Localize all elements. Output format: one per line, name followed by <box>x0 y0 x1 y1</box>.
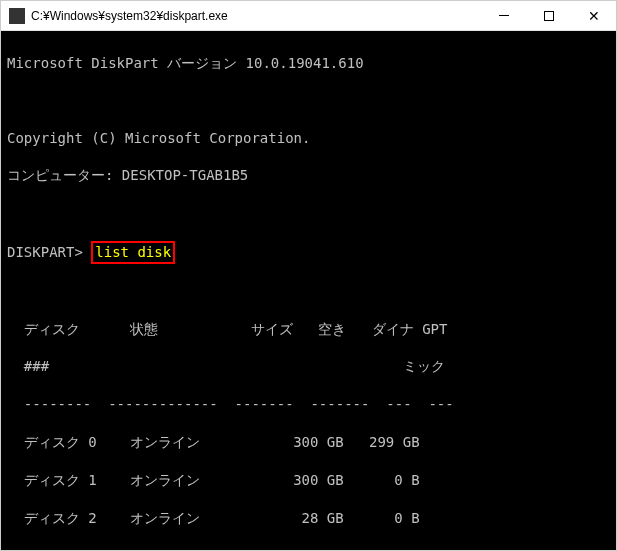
disk-header-2: ### ミック <box>7 357 610 376</box>
blank-line <box>7 204 610 222</box>
minimize-button[interactable] <box>481 1 526 31</box>
minimize-icon <box>499 15 509 16</box>
computer-line: コンピューター: DESKTOP-TGAB1B5 <box>7 166 610 185</box>
command-highlight: list disk <box>91 241 175 264</box>
titlebar[interactable]: C:¥Windows¥system32¥diskpart.exe ✕ <box>1 1 616 31</box>
maximize-icon <box>544 11 554 21</box>
blank-line <box>7 283 610 301</box>
disk-row: ディスク 0 オンライン 300 GB 299 GB <box>7 433 610 452</box>
window-title: C:¥Windows¥system32¥diskpart.exe <box>31 9 481 23</box>
terminal-output[interactable]: Microsoft DiskPart バージョン 10.0.19041.610 … <box>1 31 616 550</box>
window-controls: ✕ <box>481 1 616 31</box>
version-line: Microsoft DiskPart バージョン 10.0.19041.610 <box>7 54 610 73</box>
disk-row: ディスク 1 オンライン 300 GB 0 B <box>7 471 610 490</box>
close-icon: ✕ <box>588 9 600 23</box>
blank-line <box>7 546 610 550</box>
disk-row: ディスク 2 オンライン 28 GB 0 B <box>7 509 610 528</box>
prompt: DISKPART> <box>7 244 83 260</box>
app-icon <box>9 8 25 24</box>
disk-divider: -------- ------------- ------- ------- -… <box>7 395 610 414</box>
close-button[interactable]: ✕ <box>571 1 616 31</box>
disk-header-1: ディスク 状態 サイズ 空き ダイナ GPT <box>7 320 610 339</box>
app-window: C:¥Windows¥system32¥diskpart.exe ✕ Micro… <box>0 0 617 551</box>
copyright-line: Copyright (C) Microsoft Corporation. <box>7 129 610 148</box>
blank-line <box>7 92 610 110</box>
prompt-line-1: DISKPART> list disk <box>7 241 610 264</box>
maximize-button[interactable] <box>526 1 571 31</box>
